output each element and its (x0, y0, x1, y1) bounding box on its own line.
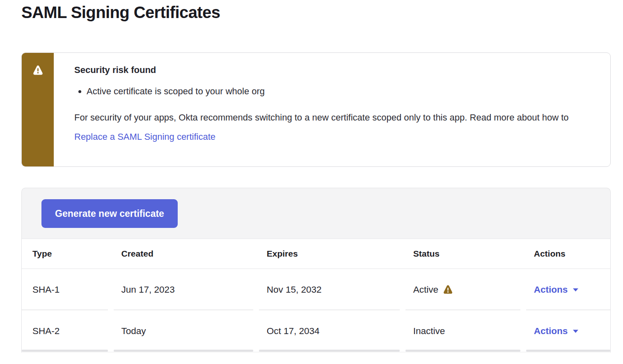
cell-actions: Actions (523, 310, 610, 352)
column-header-status: Status (403, 239, 523, 269)
cell-actions: Actions (523, 269, 610, 310)
chevron-down-icon (573, 288, 578, 291)
status-label: Active (413, 284, 438, 295)
cell-type: SHA-2 (22, 310, 111, 352)
certificates-panel: Generate new certificate Type Created Ex… (21, 188, 611, 353)
security-risk-alert: Security risk found Active certificate i… (21, 52, 611, 167)
column-header-expires: Expires (256, 239, 403, 269)
alert-title: Security risk found (74, 65, 587, 75)
table-row: SHA-2 Today Oct 17, 2034 Inactive Action… (22, 310, 610, 352)
cell-status: Active (403, 269, 523, 310)
generate-new-certificate-button[interactable]: Generate new certificate (41, 199, 178, 228)
alert-body-prefix: For security of your apps, Okta recommen… (74, 112, 568, 123)
certificates-table-area: Type Created Expires Status Actions SHA-… (22, 239, 610, 352)
status-warning-icon (443, 284, 453, 295)
cell-type: SHA-1 (22, 269, 111, 310)
alert-severity-stripe (22, 53, 54, 166)
alert-bullet-list: Active certificate is scoped to your who… (87, 85, 587, 98)
column-header-created: Created (111, 239, 256, 269)
column-header-actions: Actions (523, 239, 610, 269)
actions-dropdown-button[interactable]: Actions (534, 326, 579, 337)
warning-triangle-icon (32, 65, 44, 77)
alert-body-text: For security of your apps, Okta recommen… (74, 108, 587, 146)
chevron-down-icon (573, 330, 578, 333)
certificates-table: Type Created Expires Status Actions SHA-… (22, 239, 610, 352)
actions-label: Actions (534, 284, 568, 295)
replace-certificate-link[interactable]: Replace a SAML Signing certificate (74, 132, 215, 142)
actions-dropdown-button[interactable]: Actions (534, 284, 579, 295)
table-row: SHA-1 Jun 17, 2023 Nov 15, 2032 Active (22, 269, 610, 310)
cell-created: Today (111, 310, 256, 352)
status-label: Inactive (413, 326, 445, 337)
table-header-row: Type Created Expires Status Actions (22, 239, 610, 269)
actions-label: Actions (534, 326, 568, 337)
page-title: SAML Signing Certificates (21, 3, 220, 22)
cell-created: Jun 17, 2023 (111, 269, 256, 310)
cell-expires: Nov 15, 2032 (256, 269, 403, 310)
alert-bullet-item: Active certificate is scoped to your who… (87, 85, 587, 98)
column-header-type: Type (22, 239, 111, 269)
cell-expires: Oct 17, 2034 (256, 310, 403, 352)
alert-content: Security risk found Active certificate i… (54, 53, 610, 166)
cell-status: Inactive (403, 310, 523, 352)
